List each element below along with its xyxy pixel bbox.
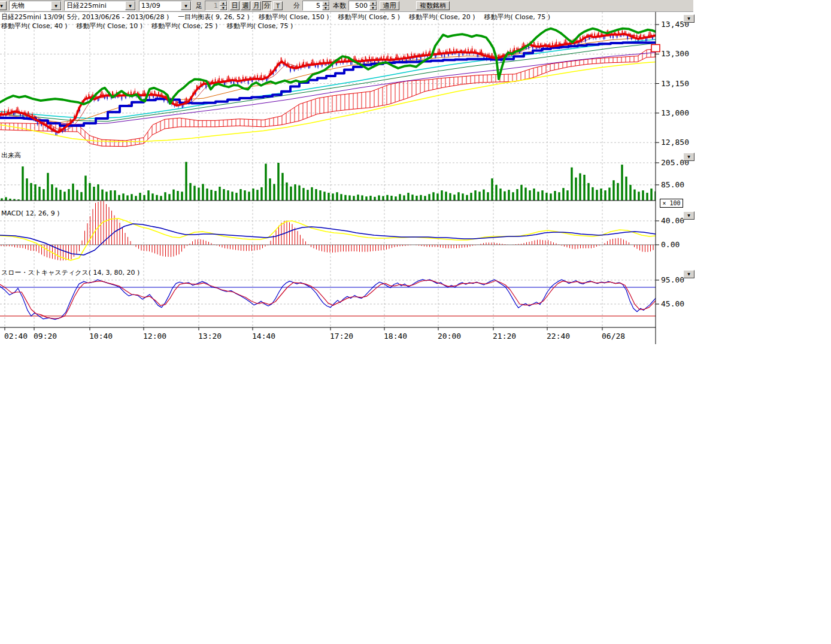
legend-item: 移動平均( Close, 150 ) xyxy=(259,13,329,21)
svg-text:13:20: 13:20 xyxy=(198,332,222,341)
svg-text:45.00: 45.00 xyxy=(661,299,684,308)
svg-text:14:40: 14:40 xyxy=(252,332,275,341)
chart-canvas[interactable]: 13,45013,30013,15013,00012,850205.0085.0… xyxy=(0,0,706,359)
svg-text:13,000: 13,000 xyxy=(661,108,689,117)
svg-text:02:40: 02:40 xyxy=(4,332,28,341)
volume-panel-collapse-button[interactable]: ▼ xyxy=(683,153,694,161)
svg-text:95.00: 95.00 xyxy=(661,275,684,284)
svg-text:09:20: 09:20 xyxy=(34,332,57,341)
svg-text:0.00: 0.00 xyxy=(661,240,680,249)
svg-text:40.00: 40.00 xyxy=(661,216,684,225)
svg-text:17:20: 17:20 xyxy=(330,332,353,341)
chart-legend-row-1: 日経225mini 13/09( 5分, 2013/06/26 - 2013/0… xyxy=(1,13,559,22)
svg-text:12,850: 12,850 xyxy=(661,138,689,147)
legend-item: 移動平均( Close, 20 ) xyxy=(409,13,475,21)
svg-text:06/28: 06/28 xyxy=(602,332,625,341)
legend-item: 移動平均( Close, 75 ) xyxy=(484,13,551,21)
legend-item: 移動平均( Close, 75 ) xyxy=(227,22,293,30)
price-panel-collapse-button[interactable]: ▼ xyxy=(683,14,694,23)
macd-panel-collapse-button[interactable]: ▼ xyxy=(683,211,694,220)
legend-item: 日経225mini 13/09( 5分, 2013/06/26 - 2013/0… xyxy=(1,13,169,21)
svg-text:20:00: 20:00 xyxy=(438,332,461,341)
legend-item: 移動平均( Close, 10 ) xyxy=(77,22,143,30)
svg-text:12:00: 12:00 xyxy=(143,332,166,341)
svg-text:10:40: 10:40 xyxy=(89,332,113,341)
legend-item: 移動平均( Close, 5 ) xyxy=(338,13,400,21)
legend-item: 移動平均( Close, 40 ) xyxy=(1,22,68,30)
stochastics-panel-label: スロー・ストキャスティクス( 14, 3, 80, 20 ) xyxy=(1,268,139,277)
svg-text:18:40: 18:40 xyxy=(384,332,407,341)
stoch-panel-collapse-button[interactable]: ▼ xyxy=(683,270,694,278)
legend-item: 移動平均( Close, 25 ) xyxy=(151,22,218,30)
trading-app-window: { "toolbar": { "edge_combo_icon": "▼", "… xyxy=(0,0,831,644)
volume-panel-label: 出来高 xyxy=(1,151,21,160)
volume-multiplier-badge: × 100 xyxy=(660,199,683,208)
legend-item: 一目均衡表( 9, 26, 52 ) xyxy=(178,13,250,21)
macd-panel-label: MACD( 12, 26, 9 ) xyxy=(1,209,60,217)
svg-text:13,300: 13,300 xyxy=(661,49,689,58)
chart-legend-row-2: 移動平均( Close, 40 )移動平均( Close, 10 )移動平均( … xyxy=(1,22,302,31)
svg-text:21:20: 21:20 xyxy=(493,332,516,341)
svg-text:22:40: 22:40 xyxy=(547,332,570,341)
svg-text:85.00: 85.00 xyxy=(661,180,684,189)
svg-text:13,150: 13,150 xyxy=(661,79,689,88)
